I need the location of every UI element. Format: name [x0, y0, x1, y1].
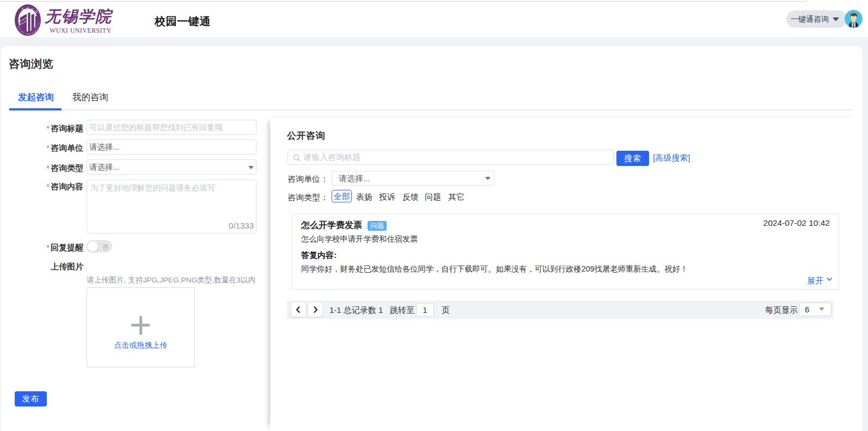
- svg-text:锡: 锡: [26, 7, 29, 11]
